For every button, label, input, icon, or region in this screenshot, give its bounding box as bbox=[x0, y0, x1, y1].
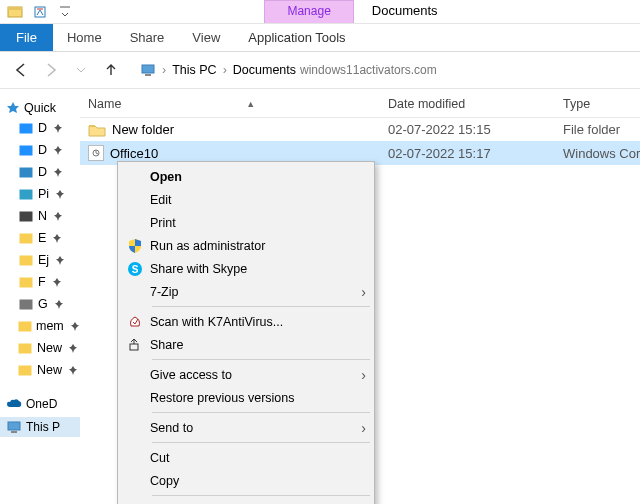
sidebar-item-icon bbox=[18, 186, 34, 202]
menu-item-scan-antivirus[interactable]: Scan with K7AntiVirus... bbox=[120, 310, 372, 333]
menu-label: Open bbox=[150, 170, 366, 184]
sidebar-item-label: Ej bbox=[38, 253, 49, 267]
contextual-tab-manage[interactable]: Manage bbox=[264, 0, 353, 23]
svg-rect-14 bbox=[19, 322, 31, 331]
sidebar-onedrive-label: OneD bbox=[26, 397, 57, 411]
sidebar-item-icon bbox=[18, 274, 34, 290]
menu-item-restore[interactable]: Restore previous versions bbox=[120, 386, 372, 409]
sidebar-item[interactable]: E bbox=[0, 227, 80, 249]
up-button[interactable] bbox=[98, 57, 124, 83]
svg-rect-6 bbox=[20, 146, 32, 155]
sidebar-item[interactable]: D bbox=[0, 139, 80, 161]
tab-file[interactable]: File bbox=[0, 24, 53, 51]
svg-rect-12 bbox=[20, 278, 32, 287]
sidebar-item[interactable]: Ej bbox=[0, 249, 80, 271]
svg-rect-23 bbox=[130, 344, 138, 350]
sidebar-onedrive[interactable]: OneD bbox=[0, 395, 80, 413]
explorer-icon[interactable] bbox=[4, 1, 26, 23]
sidebar-item-label: New bbox=[37, 341, 62, 355]
menu-label: Print bbox=[150, 216, 366, 230]
sidebar-item-label: F bbox=[38, 275, 46, 289]
sidebar-item[interactable]: New bbox=[0, 359, 80, 381]
ribbon-tabs: File Home Share View Application Tools bbox=[0, 24, 640, 52]
sidebar-item[interactable]: N bbox=[0, 205, 80, 227]
menu-item-give-access[interactable]: Give access to› bbox=[120, 363, 372, 386]
table-row[interactable]: New folder 02-07-2022 15:15 File folder bbox=[80, 118, 640, 141]
pin-icon bbox=[53, 123, 63, 133]
menu-label: Edit bbox=[150, 193, 366, 207]
sidebar-item-label: E bbox=[38, 231, 46, 245]
sidebar-thispc[interactable]: This P bbox=[0, 417, 80, 437]
menu-item-7zip[interactable]: 7-Zip› bbox=[120, 280, 372, 303]
column-header-type[interactable]: Type bbox=[555, 89, 640, 117]
breadcrumb-documents[interactable]: Documents bbox=[233, 63, 296, 77]
pc-icon bbox=[140, 62, 156, 78]
sidebar-item[interactable]: mem bbox=[0, 315, 80, 337]
chevron-right-icon: › bbox=[361, 420, 366, 436]
back-button[interactable] bbox=[8, 57, 34, 83]
column-header-date[interactable]: Date modified bbox=[380, 89, 555, 117]
skype-icon: S bbox=[120, 261, 150, 277]
sidebar-item[interactable]: F bbox=[0, 271, 80, 293]
sidebar-item-icon bbox=[18, 120, 34, 136]
watermark-text: windows11activators.com bbox=[300, 63, 437, 77]
sort-asc-icon: ▲ bbox=[246, 99, 255, 109]
shield-icon bbox=[120, 238, 150, 254]
qat-dropdown-icon[interactable] bbox=[54, 1, 76, 23]
menu-label: Copy bbox=[150, 474, 366, 488]
sidebar-item[interactable]: Pi bbox=[0, 183, 80, 205]
sidebar-item[interactable]: New bbox=[0, 337, 80, 359]
sidebar-item-icon bbox=[18, 208, 34, 224]
recent-dropdown-icon[interactable] bbox=[68, 57, 94, 83]
menu-label: Give access to bbox=[150, 368, 361, 382]
menu-item-open[interactable]: Open bbox=[120, 165, 372, 188]
qat-properties-icon[interactable] bbox=[29, 1, 51, 23]
menu-label: 7-Zip bbox=[150, 285, 361, 299]
tab-home[interactable]: Home bbox=[53, 24, 116, 51]
tab-application-tools[interactable]: Application Tools bbox=[234, 24, 359, 51]
batch-file-icon bbox=[88, 145, 104, 161]
sidebar-item-icon bbox=[18, 230, 34, 246]
menu-label: Share with Skype bbox=[150, 262, 366, 276]
sidebar-item[interactable]: D bbox=[0, 161, 80, 183]
menu-item-run-admin[interactable]: Run as administrator bbox=[120, 234, 372, 257]
menu-separator bbox=[152, 359, 370, 360]
menu-item-share[interactable]: Share bbox=[120, 333, 372, 356]
quick-access[interactable]: Quick bbox=[0, 99, 80, 117]
file-date: 02-07-2022 15:17 bbox=[380, 142, 555, 165]
sidebar-item[interactable]: G bbox=[0, 293, 80, 315]
menu-label: Run as administrator bbox=[150, 239, 366, 253]
svg-rect-10 bbox=[20, 234, 32, 243]
menu-item-print[interactable]: Print bbox=[120, 211, 372, 234]
menu-item-send-to[interactable]: Send to› bbox=[120, 416, 372, 439]
star-icon bbox=[6, 101, 20, 115]
tab-share[interactable]: Share bbox=[116, 24, 179, 51]
pin-icon bbox=[53, 145, 63, 155]
folder-icon bbox=[88, 123, 106, 137]
sidebar-item-icon bbox=[18, 340, 33, 356]
column-header-name[interactable]: Name ▲ bbox=[80, 89, 380, 117]
forward-button[interactable] bbox=[38, 57, 64, 83]
menu-label: Send to bbox=[150, 421, 361, 435]
svg-text:S: S bbox=[132, 264, 139, 275]
chevron-right-icon: › bbox=[158, 63, 170, 77]
antivirus-icon bbox=[120, 315, 150, 329]
svg-rect-3 bbox=[142, 65, 154, 73]
sidebar-item-icon bbox=[18, 142, 34, 158]
file-type: Windows Cor bbox=[555, 142, 640, 165]
menu-item-share-skype[interactable]: S Share with Skype bbox=[120, 257, 372, 280]
svg-rect-17 bbox=[8, 422, 20, 430]
chevron-right-icon: › bbox=[219, 63, 231, 77]
menu-item-create-shortcut[interactable]: Create shortcut bbox=[120, 499, 372, 504]
menu-separator bbox=[152, 306, 370, 307]
menu-item-edit[interactable]: Edit bbox=[120, 188, 372, 211]
breadcrumb[interactable]: › This PC › Documents windows11activator… bbox=[140, 62, 437, 78]
menu-label: Scan with K7AntiVirus... bbox=[150, 315, 366, 329]
sidebar-item-label: D bbox=[38, 121, 47, 135]
menu-item-copy[interactable]: Copy bbox=[120, 469, 372, 492]
sidebar-item[interactable]: D bbox=[0, 117, 80, 139]
tab-view[interactable]: View bbox=[178, 24, 234, 51]
sidebar-item-icon bbox=[18, 318, 32, 334]
menu-item-cut[interactable]: Cut bbox=[120, 446, 372, 469]
breadcrumb-thispc[interactable]: This PC bbox=[172, 63, 216, 77]
